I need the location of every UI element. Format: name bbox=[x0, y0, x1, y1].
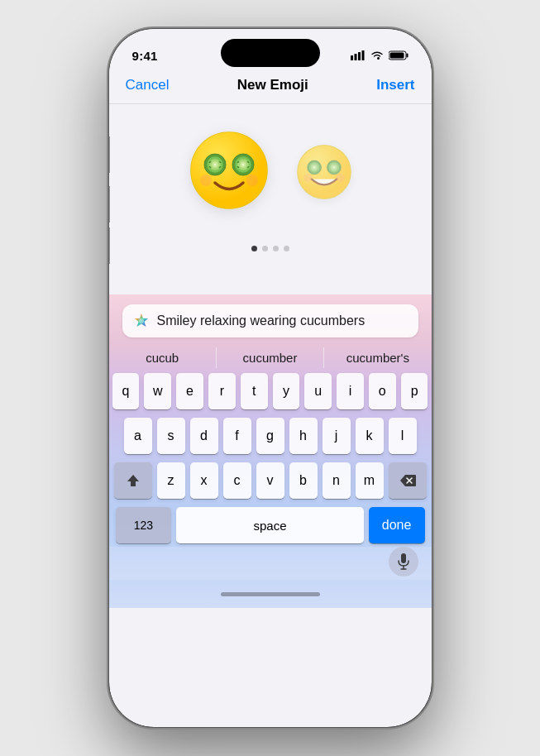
key-q[interactable]: q bbox=[112, 373, 140, 409]
key-f[interactable]: f bbox=[223, 418, 251, 454]
dot-3 bbox=[273, 246, 279, 251]
shift-key[interactable] bbox=[114, 462, 152, 499]
autocomplete-cucumbers[interactable]: cucumber's bbox=[323, 347, 431, 368]
key-t[interactable]: t bbox=[241, 373, 268, 409]
dot-4 bbox=[284, 246, 289, 251]
key-row-1: q w e r t y u i o p bbox=[112, 373, 428, 409]
key-row-bottom: 123 space done bbox=[112, 507, 428, 543]
key-d[interactable]: d bbox=[190, 418, 218, 454]
key-w[interactable]: w bbox=[144, 373, 171, 409]
cancel-button[interactable]: Cancel bbox=[126, 77, 170, 93]
svg-point-8 bbox=[191, 132, 267, 208]
mic-row bbox=[109, 547, 432, 580]
primary-emoji[interactable] bbox=[188, 129, 270, 224]
status-bar: 9:41 bbox=[109, 29, 432, 70]
svg-point-39 bbox=[333, 167, 335, 169]
key-g[interactable]: g bbox=[256, 418, 284, 454]
search-text: Smiley relaxing wearing cucumbers bbox=[157, 313, 409, 328]
nav-bar: Cancel New Emoji Insert bbox=[109, 70, 432, 104]
key-j[interactable]: j bbox=[323, 418, 351, 454]
numbers-key[interactable]: 123 bbox=[116, 507, 172, 543]
mic-button[interactable] bbox=[389, 547, 418, 577]
battery-icon bbox=[389, 50, 409, 60]
search-container: Smiley relaxing wearing cucumbers bbox=[109, 294, 432, 344]
svg-rect-5 bbox=[406, 54, 408, 58]
dynamic-island bbox=[221, 39, 320, 67]
key-e[interactable]: e bbox=[176, 373, 203, 409]
phone-screen: 9:41 bbox=[109, 29, 432, 727]
key-s[interactable]: s bbox=[157, 418, 185, 454]
key-z[interactable]: z bbox=[157, 462, 185, 499]
space-key[interactable]: space bbox=[176, 507, 363, 543]
svg-rect-0 bbox=[351, 55, 353, 60]
ai-icon bbox=[132, 312, 151, 330]
emoji-area bbox=[109, 104, 432, 294]
key-p[interactable]: p bbox=[401, 373, 428, 409]
signal-icon bbox=[351, 50, 366, 60]
delete-key[interactable] bbox=[389, 462, 427, 499]
svg-rect-45 bbox=[401, 553, 406, 563]
dot-2 bbox=[262, 246, 268, 251]
insert-button[interactable]: Insert bbox=[376, 77, 414, 93]
svg-point-13 bbox=[213, 164, 216, 166]
svg-rect-6 bbox=[389, 53, 404, 59]
key-y[interactable]: y bbox=[273, 373, 300, 409]
svg-rect-2 bbox=[358, 52, 361, 60]
svg-point-41 bbox=[336, 174, 344, 182]
search-input-wrapper[interactable]: Smiley relaxing wearing cucumbers bbox=[122, 304, 418, 337]
key-row-2: a s d f g h j k l bbox=[112, 418, 428, 454]
svg-rect-1 bbox=[354, 54, 356, 60]
key-o[interactable]: o bbox=[369, 373, 396, 409]
home-bar bbox=[221, 592, 320, 596]
svg-point-34 bbox=[313, 167, 315, 169]
keyboard: q w e r t y u i o p a s d f g bbox=[109, 371, 432, 543]
key-n[interactable]: n bbox=[323, 462, 351, 499]
svg-point-29 bbox=[297, 146, 350, 199]
svg-rect-3 bbox=[361, 50, 364, 60]
home-indicator bbox=[109, 580, 432, 608]
wifi-icon bbox=[370, 50, 384, 60]
key-k[interactable]: k bbox=[356, 418, 384, 454]
key-r[interactable]: r bbox=[208, 373, 236, 409]
key-x[interactable]: x bbox=[190, 462, 218, 499]
dot-1 bbox=[251, 246, 257, 251]
key-b[interactable]: b bbox=[289, 462, 318, 499]
phone-frame: 9:41 bbox=[109, 29, 432, 727]
svg-point-42 bbox=[139, 318, 144, 323]
key-m[interactable]: m bbox=[356, 462, 384, 499]
autocomplete-cucub[interactable]: cucub bbox=[109, 347, 216, 368]
shift-icon bbox=[126, 473, 141, 488]
svg-point-40 bbox=[303, 174, 312, 182]
mic-icon bbox=[398, 553, 409, 570]
pagination-dots bbox=[251, 246, 289, 251]
svg-point-27 bbox=[200, 175, 212, 186]
status-icons bbox=[351, 50, 409, 60]
key-a[interactable]: a bbox=[124, 418, 152, 454]
page-title: New Emoji bbox=[237, 77, 308, 93]
key-c[interactable]: c bbox=[223, 462, 251, 499]
key-u[interactable]: u bbox=[304, 373, 332, 409]
svg-point-28 bbox=[246, 175, 258, 186]
autocomplete-bar: cucub cucumber cucumber's bbox=[109, 344, 432, 371]
key-v[interactable]: v bbox=[256, 462, 284, 499]
key-l[interactable]: l bbox=[389, 418, 417, 454]
svg-point-22 bbox=[241, 164, 244, 166]
emoji-row bbox=[188, 129, 353, 224]
key-i[interactable]: i bbox=[337, 373, 364, 409]
key-h[interactable]: h bbox=[289, 418, 318, 454]
key-row-3: z x c v b n m bbox=[112, 462, 428, 499]
secondary-emoji[interactable] bbox=[295, 143, 353, 210]
autocomplete-cucumber[interactable]: cucumber bbox=[216, 347, 323, 368]
delete-icon bbox=[399, 475, 416, 486]
status-time: 9:41 bbox=[132, 49, 158, 63]
done-key[interactable]: done bbox=[369, 507, 425, 543]
keyboard-section: Smiley relaxing wearing cucumbers cucub … bbox=[109, 294, 432, 608]
